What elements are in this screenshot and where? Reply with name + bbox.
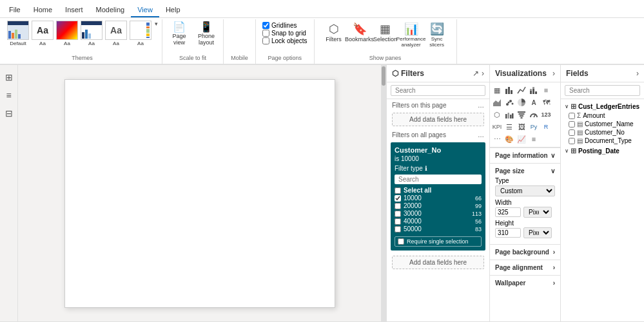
theme-default[interactable]: Default — [6, 21, 30, 46]
scroll-indicator[interactable] — [381, 65, 386, 321]
viz-analytics-icon[interactable]: 📈 — [516, 133, 527, 145]
customer-no-checkbox[interactable] — [569, 129, 575, 136]
filter-item-30000[interactable]: 30000 113 — [395, 210, 482, 217]
tab-insert[interactable]: Insert — [59, 3, 90, 17]
viz-more-icon[interactable]: ⋯ — [491, 133, 503, 145]
theme-chart[interactable]: Aa — [129, 21, 152, 46]
viz-matrix-icon[interactable]: ≡ — [540, 84, 552, 96]
viz-shape-map-icon[interactable]: ⬡ — [491, 109, 503, 120]
snap-to-grid-label: Snap to grid — [271, 30, 306, 37]
viz-map-icon[interactable]: 🗺 — [540, 97, 552, 108]
viz-pie-icon[interactable] — [516, 97, 527, 108]
width-input[interactable] — [495, 207, 521, 217]
document-type-checkbox[interactable] — [569, 138, 575, 144]
theme-aa2[interactable]: Aa — [80, 21, 103, 46]
fields-search-input[interactable] — [565, 85, 640, 96]
theme-aa1[interactable]: Aa Aa — [31, 21, 54, 46]
viz-bar-icon[interactable] — [503, 84, 515, 96]
filter-checkbox-30000[interactable] — [395, 211, 401, 217]
viz-kpi-icon[interactable]: KPI — [491, 121, 503, 133]
add-all-fields-btn[interactable]: Add data fields here — [392, 256, 484, 269]
filter-checkbox-20000[interactable] — [395, 203, 401, 209]
theme-aa3[interactable]: Aa Aa — [104, 21, 128, 46]
filters-on-page-more[interactable]: … — [478, 102, 484, 109]
type-select[interactable]: Custom — [495, 185, 555, 196]
filters-expand-icon[interactable]: ↗ — [473, 69, 479, 78]
tree-item-amount[interactable]: Σ Amount — [563, 111, 641, 120]
customer-name-checkbox[interactable] — [569, 121, 575, 128]
lock-objects-checkbox-row[interactable]: Lock objects — [262, 37, 307, 44]
viz-waterfall-icon[interactable] — [503, 109, 515, 120]
tab-view[interactable]: View — [131, 3, 159, 17]
amount-checkbox[interactable] — [569, 113, 575, 119]
viz-fields-icon[interactable]: ≡ — [528, 133, 540, 145]
require-single-checkbox[interactable] — [398, 238, 404, 245]
page-view-btn[interactable]: 📄 Pageview — [166, 21, 192, 47]
filters-more-icon[interactable]: › — [482, 69, 484, 78]
page-size-header[interactable]: Page size ∨ — [495, 166, 555, 176]
gridlines-checkbox-row[interactable]: Gridlines — [262, 22, 307, 29]
viz-expand-icon[interactable]: › — [552, 69, 555, 78]
viz-format-icon[interactable]: 🎨 — [503, 133, 515, 145]
page-background-header[interactable]: Page background › — [495, 247, 555, 257]
tree-group-cust-header[interactable]: ∨ ⊞ Cust_LedgerEntries — [563, 102, 641, 111]
sync-slicers-pane-btn[interactable]: 🔄 Syncslicers — [425, 22, 449, 48]
select-all-checkbox[interactable] — [395, 187, 401, 194]
bookmarks-pane-btn[interactable]: 🔖 Bookmarks — [348, 22, 371, 43]
viz-funnel-icon[interactable] — [516, 109, 527, 120]
filter-item-50000[interactable]: 50000 83 — [395, 225, 482, 232]
page-info-header[interactable]: Page information ∨ — [495, 151, 555, 160]
height-input[interactable] — [495, 228, 521, 238]
filter-checkbox-40000[interactable] — [395, 218, 401, 225]
selection-pane-btn[interactable]: ▦ Selection — [374, 22, 397, 43]
tab-file[interactable]: File — [3, 3, 27, 17]
tree-item-document-type[interactable]: ▤ Document_Type — [563, 137, 641, 145]
left-icon-1[interactable]: ⊞ — [2, 70, 16, 84]
filter-select-all[interactable]: Select all — [395, 187, 482, 194]
filter-item-10000[interactable]: 10000 66 — [395, 194, 482, 202]
snap-to-grid-checkbox-row[interactable]: Snap to grid — [262, 30, 307, 37]
left-icon-3[interactable]: ⊟ — [2, 106, 16, 120]
tab-help[interactable]: Help — [159, 3, 187, 17]
filter-item-20000[interactable]: 20000 99 — [395, 202, 482, 209]
require-single-row[interactable]: Require single selection — [395, 236, 482, 247]
viz-stacked-icon[interactable] — [528, 84, 540, 96]
tab-modeling[interactable]: Modeling — [90, 3, 132, 17]
themes-dropdown[interactable]: ▾ — [153, 21, 158, 27]
left-icon-2[interactable]: ≡ — [2, 88, 16, 102]
viz-line-icon[interactable] — [516, 84, 527, 96]
tree-item-customer-name[interactable]: ▤ Customer_Name — [563, 120, 641, 128]
filters-pane-btn[interactable]: ⬡ Filters — [322, 22, 346, 43]
filters-on-all-more[interactable]: … — [478, 131, 484, 138]
lock-objects-checkbox[interactable] — [262, 37, 269, 44]
tree-item-customer-no[interactable]: ▤ Customer_No — [563, 128, 641, 137]
height-unit-select[interactable]: Pixels — [523, 227, 552, 238]
gridlines-checkbox[interactable] — [262, 22, 269, 29]
tab-home[interactable]: Home — [27, 3, 59, 17]
filter-checkbox-50000[interactable] — [395, 226, 401, 232]
fields-expand-icon[interactable]: › — [636, 69, 639, 78]
width-unit-select[interactable]: Pixels — [523, 207, 552, 218]
viz-text-icon[interactable]: A — [528, 97, 540, 108]
tree-group-posting-header[interactable]: ∨ ⊞ Posting_Date — [563, 146, 641, 156]
filter-item-40000[interactable]: 40000 56 — [395, 218, 482, 225]
viz-area-icon[interactable] — [491, 97, 503, 108]
viz-table-icon[interactable]: ▦ — [491, 84, 503, 96]
viz-scatter-icon[interactable] — [503, 97, 515, 108]
viz-image-icon[interactable]: 🖼 — [516, 121, 527, 133]
add-fields-page-btn[interactable]: Add data fields here — [392, 113, 484, 126]
filter-checkbox-10000[interactable] — [395, 195, 401, 202]
filters-search-input[interactable] — [391, 85, 485, 96]
page-alignment-header[interactable]: Page alignment › — [495, 263, 555, 272]
viz-py-icon[interactable]: Py — [528, 121, 540, 133]
viz-r-icon[interactable]: R — [540, 121, 552, 133]
viz-slicer-icon[interactable]: ☰ — [503, 121, 515, 133]
theme-color[interactable]: Aa — [55, 21, 79, 46]
snap-to-grid-checkbox[interactable] — [262, 30, 269, 37]
wallpaper-header[interactable]: Wallpaper › — [495, 278, 555, 288]
performance-pane-btn[interactable]: 📊 Performanceanalyzer — [400, 22, 423, 48]
filter-card-search[interactable] — [395, 175, 482, 184]
phone-layout-btn[interactable]: 📱 Phonelayout — [193, 21, 219, 47]
viz-card-icon[interactable]: 123 — [540, 109, 552, 120]
viz-gauge-icon[interactable] — [528, 109, 540, 120]
